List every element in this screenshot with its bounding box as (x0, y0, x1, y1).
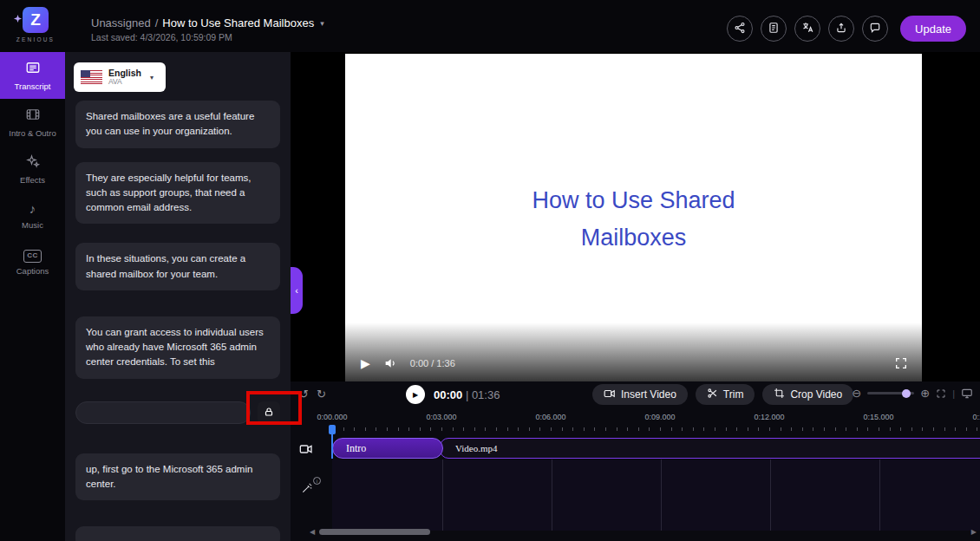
lock-icon (264, 405, 274, 420)
lock-button[interactable] (258, 401, 280, 424)
export-button[interactable] (828, 16, 854, 42)
document-icon (768, 22, 780, 36)
video-canvas[interactable]: How to Use Shared Mailboxes ▶ 0:00 / 1:3… (345, 54, 922, 381)
voice-name: AVA (108, 78, 141, 87)
timeline-scrollbar[interactable] (319, 529, 430, 535)
video-track-icon[interactable] (299, 442, 313, 456)
transcript-icon (25, 60, 41, 77)
captions-cc-icon: CC (23, 250, 42, 263)
notes-button[interactable] (761, 16, 787, 42)
timeline-section: ↺ ↻ ▶ 00:00 | 01:36 Insert Video Trim Cr… (291, 381, 980, 541)
info-icon: i (313, 477, 321, 485)
sidebar-item-music[interactable]: ♪ Music (0, 192, 65, 239)
timeline-grid (332, 460, 980, 531)
fullscreen-button[interactable] (894, 356, 908, 370)
chevron-left-icon: ‹ (295, 285, 298, 296)
monitor-icon[interactable] (961, 388, 973, 400)
ruler-label: 0:12.000 (735, 413, 804, 421)
zoom-slider-thumb[interactable] (902, 389, 911, 398)
effects-sparkle-icon (25, 153, 41, 171)
sidebar-item-label: Transcript (15, 82, 51, 91)
sidebar-item-intro-outro[interactable]: Intro & Outro (0, 99, 65, 146)
player-controls: ▶ 0:00 / 1:36 (345, 323, 922, 381)
player-timestamp: 0:00 / 1:36 (410, 357, 455, 370)
transcript-segment[interactable]: In these situations, you can create a sh… (75, 243, 280, 290)
translate-button[interactable] (794, 16, 820, 42)
ruler-label: 0:15.000 (844, 413, 913, 421)
redo-button[interactable]: ↻ (317, 388, 326, 401)
brand-name: ZENIOUS (14, 36, 57, 42)
insert-video-button[interactable]: Insert Video (592, 384, 688, 405)
undo-button[interactable]: ↺ (299, 388, 309, 401)
breadcrumb: Unassigned / How to Use Shared Mailboxes… (91, 16, 324, 42)
sidebar-item-effects[interactable]: Effects (0, 146, 65, 192)
translate-icon (801, 21, 814, 36)
timeline-play-button[interactable]: ▶ (406, 385, 425, 404)
crop-icon (774, 388, 785, 401)
ruler-ticks (332, 427, 980, 431)
sidebar-item-captions[interactable]: CC Captions (0, 239, 65, 286)
share-button[interactable] (727, 16, 753, 42)
zoom-in-icon[interactable]: ⊕ (920, 387, 930, 400)
zoom-out-icon[interactable]: ⊖ (852, 387, 861, 400)
transcript-segment[interactable]: up, first go to the Microsoft 365 admin … (75, 453, 280, 501)
magic-wand-icon[interactable] (301, 482, 313, 494)
panel-collapse-handle[interactable]: ‹ (291, 267, 303, 314)
left-sidebar: Transcript Intro & Outro Effects ♪ Music… (0, 52, 65, 541)
play-icon: ▶ (413, 391, 418, 399)
transcript-panel[interactable]: English AVA ▾ Shared mailboxes are a use… (65, 52, 291, 541)
locked-segment-bar (75, 401, 251, 424)
timeline-clip-intro[interactable]: Intro (332, 438, 443, 459)
export-icon (835, 22, 847, 36)
separator: | (952, 388, 955, 399)
timeline-toolbar: Insert Video Trim Crop Video (592, 384, 853, 405)
playhead[interactable] (329, 425, 336, 434)
volume-button[interactable] (383, 356, 397, 370)
video-slide-title: How to Use Shared Mailboxes (345, 182, 922, 257)
zoom-controls: ⊖ ⊕ | (852, 387, 973, 400)
fit-screen-icon[interactable] (936, 388, 946, 399)
share-icon (734, 22, 746, 36)
crop-video-button[interactable]: Crop Video (762, 384, 853, 405)
chevron-down-icon[interactable]: ▾ (320, 19, 324, 28)
transcript-segment[interactable]: They are especially helpful for teams, s… (75, 162, 280, 225)
scissors-icon (707, 388, 718, 401)
trim-button[interactable]: Trim (696, 384, 755, 405)
project-title[interactable]: How to Use Shared Mailboxes (162, 16, 314, 29)
scroll-right-arrow[interactable]: ▶ (971, 528, 977, 536)
sparkle-icon (13, 5, 23, 31)
sidebar-item-transcript[interactable]: Transcript (0, 52, 65, 99)
film-icon (25, 107, 41, 124)
sidebar-item-label: Music (22, 221, 43, 230)
transcript-segment-partial[interactable] (75, 526, 280, 541)
ruler-label: 0:18.000 (953, 413, 980, 421)
video-preview-area: How to Use Shared Mailboxes ▶ 0:00 / 1:3… (291, 52, 980, 381)
comment-button[interactable] (862, 16, 888, 42)
ruler-label: 0:00.000 (297, 413, 367, 421)
music-note-icon: ♪ (29, 202, 36, 217)
timeline-clip-video[interactable]: Video.mp4 (440, 438, 980, 459)
top-bar: Z ZENIOUS Unassigned / How to Use Shared… (0, 0, 980, 52)
comment-icon (869, 22, 881, 36)
ruler-label: 0:09.000 (625, 413, 695, 421)
zoom-slider[interactable] (867, 392, 914, 394)
last-saved-text: Last saved: 4/3/2026, 10:59:09 PM (91, 32, 324, 42)
app-logo: Z ZENIOUS (14, 7, 57, 42)
ruler-label: 0:03.000 (407, 413, 476, 421)
ruler-label: 0:06.000 (516, 413, 585, 421)
timeline-timecode: 00:00 | 01:36 (434, 388, 500, 401)
sidebar-item-label: Effects (20, 176, 45, 185)
language-selector[interactable]: English AVA ▾ (74, 62, 166, 92)
logo-letter: Z (30, 10, 41, 29)
camera-icon (604, 388, 616, 402)
transcript-segment[interactable]: Shared mailboxes are a useful feature yo… (75, 101, 280, 148)
play-button[interactable]: ▶ (361, 356, 370, 370)
sidebar-item-label: Captions (16, 267, 49, 276)
scroll-left-arrow[interactable]: ◀ (310, 528, 315, 536)
sidebar-item-label: Intro & Outro (9, 129, 56, 138)
chevron-down-icon: ▾ (150, 74, 154, 81)
breadcrumb-folder[interactable]: Unassigned (91, 16, 151, 29)
transcript-segment[interactable]: You can grant access to individual users… (75, 316, 280, 379)
update-button[interactable]: Update (900, 16, 966, 42)
logo-z-tile: Z (23, 7, 49, 33)
